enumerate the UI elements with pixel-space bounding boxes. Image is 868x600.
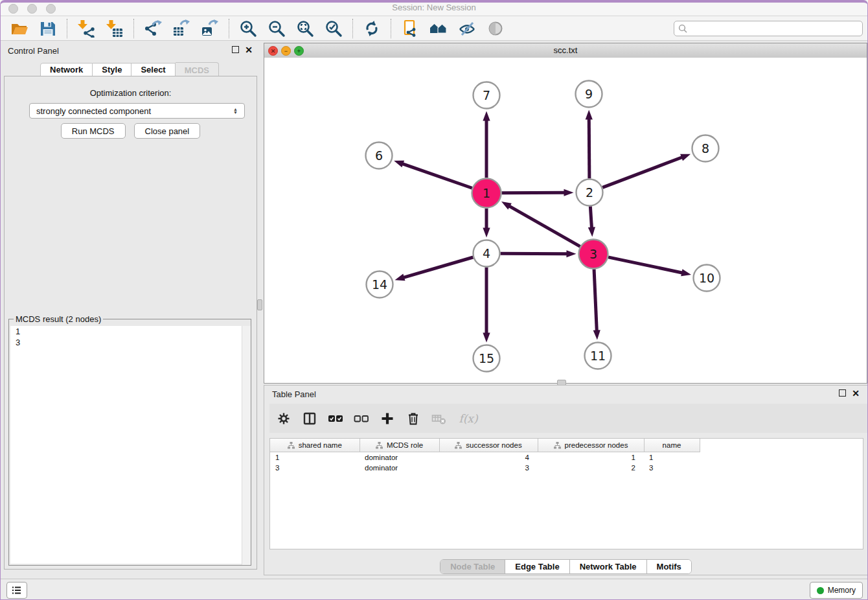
toolbar-separator <box>391 19 391 38</box>
column-header-successor-nodes[interactable]: successor nodes <box>439 439 538 452</box>
table-row[interactable]: 3dominator323 <box>270 463 863 473</box>
graph-edge-arrowhead <box>483 333 490 343</box>
network-window-title: scc.txt <box>264 45 867 55</box>
optimization-criterion-select[interactable]: strongly connected component ▲▼ <box>29 103 245 119</box>
export-network-button[interactable] <box>143 19 163 38</box>
clone-network-icon <box>401 19 419 38</box>
delete-table-button[interactable] <box>431 411 447 426</box>
table-settings-button[interactable] <box>276 411 291 426</box>
task-history-button[interactable] <box>6 582 27 599</box>
graph-edge[interactable] <box>602 157 683 187</box>
network-window-titlebar[interactable]: ✕ − + scc.txt <box>264 43 867 58</box>
first-neighbors-button[interactable] <box>429 19 448 38</box>
selected-option: strongly connected component <box>36 106 151 116</box>
eye-slash-icon <box>458 19 476 38</box>
tab-motifs[interactable]: Motifs <box>647 560 691 573</box>
graph-edge-arrowhead <box>680 154 691 161</box>
trash-icon <box>406 411 420 426</box>
zoom-selected-icon <box>325 19 343 38</box>
graph-node-label: 15 <box>479 351 494 365</box>
result-item[interactable]: 1 <box>10 326 249 337</box>
graph-edge-arrowhead <box>566 250 576 257</box>
zoom-in-button[interactable] <box>238 19 258 38</box>
graph-edge[interactable] <box>402 257 473 278</box>
zoom-selected-button[interactable] <box>324 19 343 38</box>
node-table-body: 1dominator4113dominator323 <box>270 452 863 474</box>
graph-edge[interactable] <box>501 192 565 193</box>
graph-edge[interactable] <box>589 117 589 178</box>
graph-edge-arrowhead <box>588 227 595 237</box>
unselect-all-columns-button[interactable] <box>354 411 369 426</box>
refresh-button[interactable] <box>362 19 382 38</box>
column-header-shared-name[interactable]: shared name <box>270 439 360 452</box>
graph-edge-arrowhead <box>586 110 593 119</box>
control-panel-float-button[interactable] <box>232 46 239 53</box>
table-panel-close-icon[interactable]: ✕ <box>852 390 860 397</box>
graph-edge[interactable] <box>590 206 591 229</box>
zoom-fit-button[interactable] <box>295 19 315 38</box>
column-header-predecessor-nodes[interactable]: predecessor nodes <box>538 439 644 452</box>
run-mcds-button[interactable]: Run MCDS <box>61 123 126 139</box>
result-scrollbar[interactable] <box>242 326 251 565</box>
graph-node-label: 14 <box>372 277 387 292</box>
show-graphics-details-button[interactable] <box>486 19 505 38</box>
search-box[interactable] <box>674 21 863 36</box>
save-session-button[interactable] <box>38 19 58 38</box>
export-table-button[interactable] <box>172 19 191 38</box>
function-builder-button[interactable]: f(x) <box>457 411 479 426</box>
clone-network-button[interactable] <box>400 19 420 38</box>
hide-selected-button[interactable] <box>457 19 477 38</box>
memory-status-icon <box>817 587 824 594</box>
zoom-out-button[interactable] <box>267 19 286 38</box>
graph-edge[interactable] <box>594 269 597 332</box>
delete-columns-button[interactable] <box>405 411 421 426</box>
tab-network-table[interactable]: Network Table <box>570 560 647 573</box>
graph-edge-arrowhead <box>483 228 490 238</box>
graph-node-label: 6 <box>375 148 383 163</box>
select-all-columns-button[interactable] <box>328 411 343 426</box>
mcds-panel: Optimization criterion: strongly connect… <box>4 76 257 570</box>
toolbar-separator <box>67 19 67 38</box>
window-title: Session: New Session <box>0 3 868 12</box>
tab-edge-table[interactable]: Edge Table <box>505 560 569 573</box>
import-network-button[interactable] <box>76 19 96 38</box>
graph-node-label: 7 <box>483 88 490 102</box>
graph-node-label: 3 <box>589 247 597 261</box>
eye-disabled-icon <box>486 19 505 38</box>
close-panel-button[interactable]: Close panel <box>134 123 201 139</box>
search-input[interactable] <box>687 23 858 34</box>
graph-edge[interactable] <box>401 163 472 188</box>
add-column-button[interactable] <box>380 411 395 426</box>
graph-edge-arrowhead <box>394 161 404 168</box>
column-header-name[interactable]: name <box>644 439 700 452</box>
mcds-result-list[interactable]: 13 <box>10 326 249 564</box>
column-header-mcds-role[interactable]: MCDS role <box>360 439 439 452</box>
graph-edge-arrowhead <box>593 330 600 340</box>
result-item[interactable]: 3 <box>10 337 249 348</box>
node-table[interactable]: shared name MCDS role successor nodes pr… <box>269 438 863 549</box>
open-session-button[interactable] <box>10 19 29 38</box>
optimization-criterion-label: Optimization criterion: <box>5 88 257 98</box>
tab-node-table[interactable]: Node Table <box>440 560 505 573</box>
table-row[interactable]: 1dominator411 <box>270 452 863 463</box>
graph-edge[interactable] <box>500 253 568 254</box>
unchecked-boxes-icon <box>354 411 369 426</box>
control-panel-close-icon[interactable]: ✕ <box>245 47 253 53</box>
tab-network[interactable]: Network <box>40 63 93 77</box>
table-panel-float-button[interactable] <box>839 389 846 397</box>
column-layout-button[interactable] <box>302 411 317 426</box>
tab-select[interactable]: Select <box>131 63 175 77</box>
import-table-button[interactable] <box>105 19 124 38</box>
tab-style[interactable]: Style <box>93 63 131 77</box>
export-image-button[interactable] <box>200 19 220 38</box>
import-table-icon <box>106 19 124 38</box>
memory-button[interactable]: Memory <box>810 582 863 599</box>
memory-label: Memory <box>828 586 856 595</box>
hierarchy-icon <box>376 442 383 449</box>
vertical-splitter-handle[interactable] <box>257 299 262 310</box>
graph-edge[interactable] <box>608 257 683 273</box>
graph-edge[interactable] <box>508 205 580 246</box>
floppy-disk-icon <box>39 19 57 38</box>
network-canvas[interactable]: 7968124314101511 <box>264 58 867 383</box>
hierarchy-icon <box>288 442 295 449</box>
